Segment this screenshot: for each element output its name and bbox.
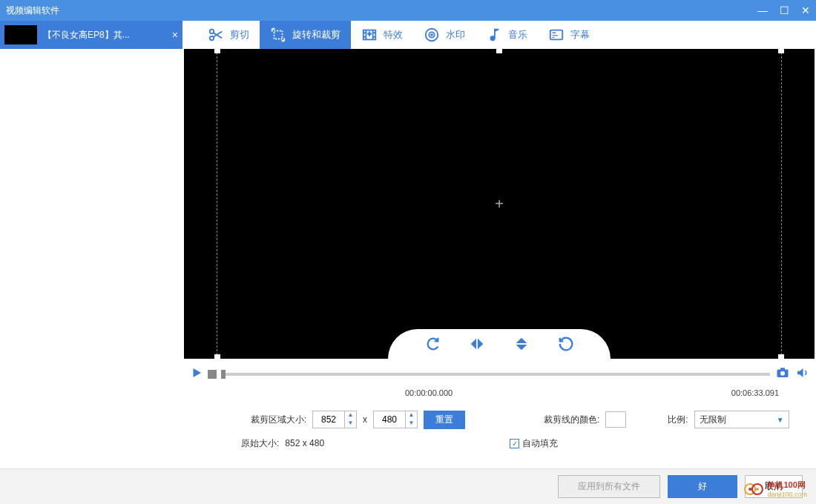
svg-rect-9 — [780, 368, 785, 370]
crop-width-spinner[interactable]: ▲▼ — [312, 411, 357, 428]
stop-button[interactable] — [208, 370, 217, 379]
snapshot-button[interactable] — [774, 366, 791, 382]
volume-button[interactable] — [795, 366, 809, 382]
cancel-button[interactable]: 取消 — [745, 475, 803, 498]
crop-color-swatch[interactable] — [605, 411, 626, 428]
tab-rotate-crop[interactable]: 旋转和裁剪 — [260, 21, 351, 49]
video-preview[interactable]: + ⌄ — [184, 49, 815, 359]
file-name: 【不良女高EP8】其... — [43, 29, 130, 42]
maximize-button[interactable]: ☐ — [780, 4, 789, 16]
reset-button[interactable]: 重置 — [424, 411, 465, 429]
seek-track[interactable] — [221, 373, 770, 376]
scissors-icon — [208, 27, 224, 43]
width-down-icon[interactable]: ▼ — [345, 420, 356, 428]
crop-height-input[interactable] — [374, 414, 405, 425]
svg-point-8 — [780, 371, 785, 376]
effects-icon — [361, 27, 378, 43]
file-thumbnail — [4, 25, 37, 44]
chevron-down-icon: ▼ — [777, 416, 784, 424]
svg-point-0 — [210, 30, 214, 34]
checkbox-check-icon: ✓ — [510, 439, 519, 448]
music-icon — [486, 27, 502, 43]
current-time: 00:00:00.000 — [405, 388, 453, 397]
crop-handle-br[interactable] — [778, 354, 784, 360]
flip-vertical-button[interactable] — [513, 336, 530, 355]
svg-rect-2 — [274, 31, 283, 39]
svg-point-1 — [210, 36, 214, 41]
crop-settings-panel: 裁剪区域大小: ▲▼ x ▲▼ 重置 裁剪线的颜色: 比例: 无限制 ▼ 原始大… — [0, 400, 816, 455]
crop-width-input[interactable] — [313, 414, 344, 425]
subtitle-icon — [548, 27, 565, 43]
tab-subtitle[interactable]: 字幕 — [538, 21, 600, 49]
crop-handle-tr[interactable] — [778, 47, 784, 53]
crop-rotate-icon — [270, 27, 286, 43]
tab-music[interactable]: 音乐 — [476, 21, 538, 49]
orig-size-value: 852 x 480 — [285, 438, 324, 448]
crop-height-spinner[interactable]: ▲▼ — [373, 411, 418, 428]
reset-rotation-button[interactable] — [558, 336, 574, 355]
file-list-sidebar: 【不良女高EP8】其... × — [0, 21, 182, 400]
flip-horizontal-button[interactable] — [469, 336, 485, 355]
center-cross-icon: + — [495, 196, 504, 213]
file-close-icon[interactable]: × — [172, 29, 178, 41]
svg-rect-6 — [550, 30, 563, 40]
tab-watermark[interactable]: 水印 — [413, 21, 476, 49]
total-time: 00:06:33.091 — [731, 388, 779, 397]
crop-region[interactable]: + — [217, 49, 782, 359]
rotate-toolbar — [388, 329, 611, 359]
footer-bar: 应用到所有文件 好 取消 — [0, 468, 816, 504]
tab-effects[interactable]: 特效 — [351, 21, 413, 49]
crop-color-label: 裁剪线的颜色: — [544, 414, 599, 426]
crop-handle-bl[interactable] — [214, 354, 220, 360]
height-up-icon[interactable]: ▲ — [406, 411, 417, 420]
rotate-cw-button[interactable] — [424, 336, 441, 355]
auto-fill-checkbox[interactable]: ✓ 自动填充 — [510, 437, 558, 450]
ratio-select[interactable]: 无限制 ▼ — [694, 411, 789, 428]
close-button[interactable]: ✕ — [801, 4, 810, 16]
seek-handle[interactable] — [221, 370, 226, 379]
ratio-label: 比例: — [668, 414, 688, 426]
minimize-button[interactable]: — — [757, 4, 768, 16]
crop-handle-tc[interactable] — [496, 47, 502, 53]
playback-bar — [184, 360, 815, 388]
width-up-icon[interactable]: ▲ — [345, 411, 356, 420]
file-list-item[interactable]: 【不良女高EP8】其... × — [0, 21, 182, 49]
tab-cut[interactable]: 剪切 — [197, 21, 260, 49]
play-button[interactable] — [190, 366, 203, 382]
app-title: 视频编辑软件 — [6, 4, 59, 17]
height-down-icon[interactable]: ▼ — [406, 420, 417, 428]
ok-button[interactable]: 好 — [668, 475, 737, 498]
tool-tabs: 剪切 旋转和裁剪 特效 水印 音乐 字幕 — [182, 21, 816, 49]
orig-size-label: 原始大小: — [241, 437, 279, 450]
apply-all-button[interactable]: 应用到所有文件 — [558, 475, 660, 498]
crop-handle-tl[interactable] — [214, 47, 220, 53]
crop-size-label: 裁剪区域大小: — [241, 414, 306, 426]
watermark-icon — [424, 27, 440, 43]
svg-point-5 — [431, 34, 432, 36]
title-bar: 视频编辑软件 — ☐ ✕ — [0, 0, 816, 21]
